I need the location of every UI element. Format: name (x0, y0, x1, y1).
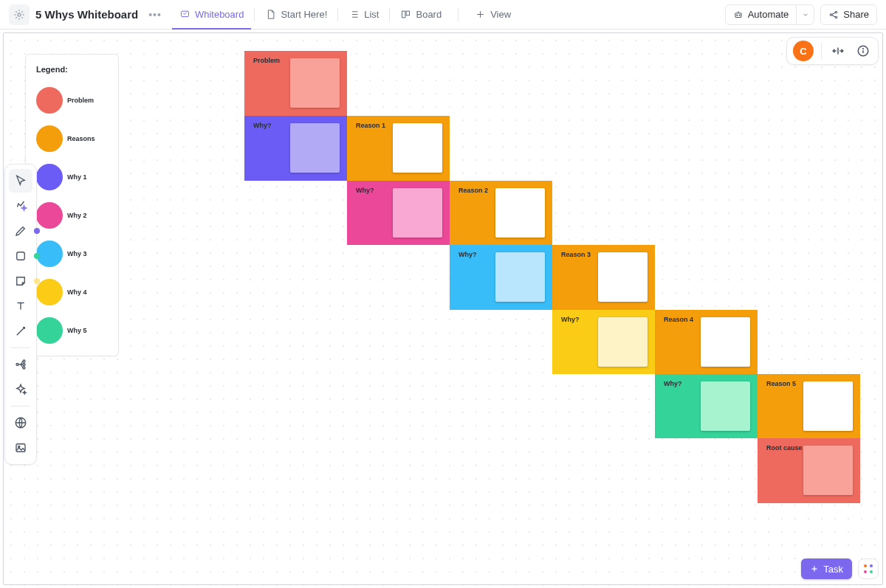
tool-sidebar (4, 164, 37, 465)
automate-more-button[interactable] (797, 4, 814, 25)
card-label: Problem (253, 57, 280, 64)
whiteboard-card[interactable]: Reason 3 (552, 245, 655, 310)
sticky-note[interactable] (701, 317, 750, 367)
svg-point-14 (23, 367, 25, 369)
avatar[interactable]: C (793, 41, 814, 61)
sticky-note[interactable] (495, 188, 545, 238)
legend-label: Why 2 (67, 212, 87, 219)
image-icon[interactable] (9, 436, 32, 460)
topbar: 5 Whys Whiteboard ••• WhiteboardStart He… (0, 0, 886, 30)
svg-point-0 (18, 13, 21, 16)
whiteboard-card[interactable]: Reason 1 (347, 116, 450, 181)
tab-list[interactable]: List (341, 0, 386, 30)
legend-label: Reasons (67, 135, 95, 142)
svg-point-13 (23, 364, 25, 366)
legend-item[interactable]: Why 1 (36, 158, 108, 196)
shape-icon[interactable] (9, 244, 32, 268)
svg-rect-16 (16, 444, 25, 452)
logo-icon (9, 4, 30, 25)
more-icon[interactable]: ••• (144, 9, 166, 21)
info-icon[interactable] (854, 42, 872, 60)
list-icon (348, 9, 360, 20)
robot-icon (733, 10, 744, 20)
legend-label: Why 3 (67, 250, 87, 257)
legend-item[interactable]: Why 5 (36, 311, 108, 350)
legend-item[interactable]: Why 2 (36, 196, 108, 235)
legend-swatch (36, 317, 63, 344)
whiteboard-card[interactable]: Why? (244, 116, 347, 181)
card-label: Root cause (766, 444, 803, 452)
card-label: Reason 3 (561, 251, 591, 258)
add-view-button[interactable]: View (467, 0, 518, 30)
sticky-note[interactable] (393, 123, 442, 173)
svg-point-12 (23, 360, 25, 362)
legend-label: Problem (67, 97, 94, 104)
whiteboard-card[interactable]: Root cause (758, 438, 860, 503)
sticky-note[interactable] (393, 188, 442, 238)
sticky-note[interactable] (598, 252, 648, 302)
whiteboard-card[interactable]: Problem (244, 51, 347, 116)
whiteboard-card[interactable]: Reason 4 (655, 310, 758, 374)
tab-start-here-[interactable]: Start Here! (258, 0, 334, 30)
svg-point-19 (863, 49, 864, 49)
card-label: Why? (253, 122, 272, 129)
svg-point-9 (836, 16, 837, 18)
card-label: Why? (664, 380, 682, 387)
pen-icon[interactable] (9, 219, 32, 243)
card-label: Why? (561, 316, 580, 323)
svg-rect-3 (407, 11, 410, 15)
whiteboard-card[interactable]: Why? (552, 310, 655, 374)
legend-swatch (36, 241, 63, 267)
whiteboard-card[interactable]: Reason 5 (758, 374, 860, 438)
sticky-note[interactable] (290, 58, 340, 108)
whiteboard-card[interactable]: Why? (347, 181, 450, 245)
legend-title: Legend: (36, 65, 108, 74)
whiteboard-card[interactable]: Reason 2 (450, 181, 552, 245)
ai-sparkles-icon[interactable] (9, 194, 32, 218)
svg-point-5 (736, 15, 737, 15)
card-label: Reason 5 (766, 380, 796, 387)
mindmap-icon[interactable] (9, 353, 32, 376)
task-button[interactable]: Task (801, 558, 852, 579)
sparkle-icon[interactable] (9, 378, 32, 401)
connector-icon[interactable] (9, 319, 32, 343)
legend-swatch (36, 164, 63, 190)
text-icon[interactable] (9, 294, 32, 318)
legend-label: Why 1 (67, 173, 87, 181)
whiteboard-canvas[interactable]: Legend: ProblemReasonsWhy 1Why 2Why 3Why… (0, 30, 886, 588)
view-tabs: WhiteboardStart Here!ListBoard (172, 0, 449, 30)
legend-item[interactable]: Why 4 (36, 273, 108, 311)
legend-swatch (36, 202, 63, 229)
card-label: Why? (356, 187, 374, 194)
card-label: Reason 1 (356, 122, 385, 129)
sticky-note[interactable] (803, 446, 853, 495)
card-label: Why? (459, 251, 477, 258)
page-title: 5 Whys Whiteboard (35, 8, 138, 21)
legend-panel[interactable]: Legend: ProblemReasonsWhy 1Why 2Why 3Why… (25, 54, 119, 356)
svg-rect-4 (735, 13, 741, 17)
legend-item[interactable]: Why 3 (36, 235, 108, 273)
sticky-note[interactable] (701, 381, 750, 431)
automate-button[interactable]: Automate (725, 4, 797, 25)
sticky-note[interactable] (290, 123, 340, 173)
legend-item[interactable]: Problem (36, 81, 108, 120)
globe-icon[interactable] (9, 411, 32, 435)
pointer-icon[interactable] (9, 169, 32, 193)
tab-board[interactable]: Board (393, 0, 449, 30)
tab-whiteboard[interactable]: Whiteboard (172, 0, 251, 30)
sticky-note[interactable] (803, 381, 853, 431)
sticky-note[interactable] (495, 252, 545, 302)
board-icon (400, 9, 411, 20)
plus-icon (475, 9, 486, 20)
svg-point-6 (739, 15, 740, 15)
svg-rect-2 (402, 11, 405, 18)
svg-point-11 (16, 364, 18, 366)
sticky-note[interactable] (598, 317, 648, 367)
apps-button[interactable] (858, 558, 879, 579)
legend-item[interactable]: Reasons (36, 120, 108, 158)
whiteboard-card[interactable]: Why? (655, 374, 758, 438)
sticky-note-icon[interactable] (9, 269, 32, 293)
whiteboard-card[interactable]: Why? (450, 245, 552, 310)
share-button[interactable]: Share (820, 4, 877, 25)
fit-width-icon[interactable] (829, 42, 847, 60)
